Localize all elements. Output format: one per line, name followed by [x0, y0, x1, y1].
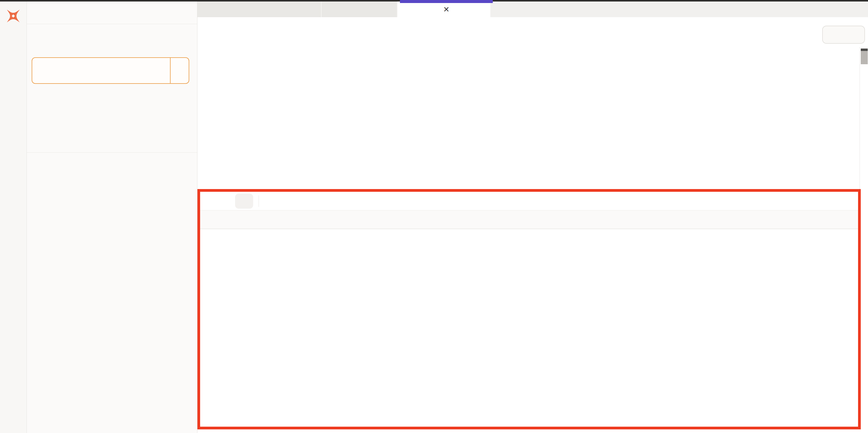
close-tab-icon[interactable]: ✕	[443, 6, 450, 13]
version-control-header	[34, 32, 188, 39]
csv-preview-header-row	[200, 210, 858, 229]
scrollbar-thumb[interactable]	[861, 51, 868, 64]
pull-from-remote-button[interactable]	[32, 57, 189, 84]
search-icon[interactable]	[177, 160, 186, 169]
file-explorer-header	[34, 156, 186, 172]
new-file-icon[interactable]	[160, 160, 169, 169]
copy-icon[interactable]	[181, 8, 190, 17]
save-button[interactable]	[822, 26, 865, 44]
pull-options-chevron[interactable]	[170, 58, 189, 83]
more-options-icon[interactable]	[849, 4, 859, 14]
tab-raw-payments-csv[interactable]: ✕	[398, 1, 490, 17]
sidebar	[27, 1, 197, 433]
chevron-down-icon[interactable]	[34, 32, 41, 39]
split-editor-icon[interactable]	[829, 4, 838, 14]
bottom-panel-annotation-highlight	[197, 189, 861, 429]
file-tree	[27, 175, 197, 433]
editor-pane: ✕	[197, 1, 868, 189]
activity-bar	[0, 1, 27, 433]
ai-assist-button[interactable]	[235, 194, 253, 209]
toolbar-divider	[258, 195, 259, 207]
editor-scrollbar[interactable]	[860, 47, 868, 189]
active-tab-indicator	[400, 0, 493, 3]
chevron-down-icon[interactable]	[34, 161, 41, 168]
tab-raw-orders-csv[interactable]	[321, 1, 398, 17]
chevron-down-icon	[242, 198, 249, 204]
panel-toolbar	[200, 192, 858, 210]
app-window: ✕	[0, 0, 868, 433]
minimap[interactable]	[789, 47, 814, 186]
breadcrumb-row	[197, 17, 868, 47]
dbt-logo	[5, 8, 21, 24]
tab-bar: ✕	[197, 1, 868, 17]
branch-bar	[27, 1, 197, 24]
git-branch-icon	[30, 8, 40, 18]
tab-example-develop-metric-sql[interactable]	[197, 1, 321, 17]
new-tab-icon[interactable]	[808, 4, 818, 14]
scrollbar-thumb-cap	[861, 49, 868, 51]
